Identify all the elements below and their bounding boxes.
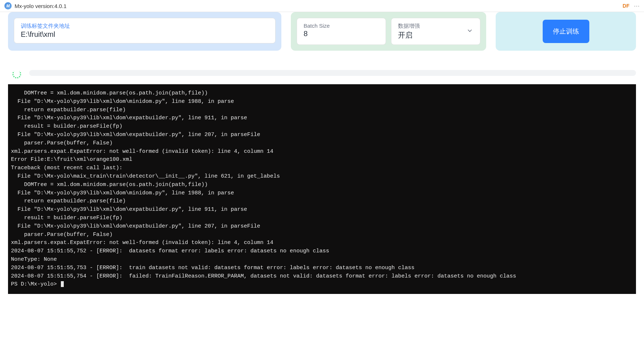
label-path-input-box[interactable]: 训练标签文件夹地址 E:\fruit\xml [14,18,276,43]
terminal-line: File "D:\Mx-yolo\py39\lib\xml\dom\expatb… [11,114,633,123]
terminal-line: File "D:\Mx-yolo\maix_train\train\detect… [11,172,633,181]
label-path-panel: 训练标签文件夹地址 E:\fruit\xml [8,12,281,51]
augmentation-value: 开启 [398,30,466,40]
main-content: 训练标签文件夹地址 E:\fruit\xml Batch Size 8 数据增强… [0,12,644,294]
app-icon: M [4,2,12,9]
terminal-line: File "D:\Mx-yolo\py39\lib\xml\dom\expatb… [11,206,633,214]
training-params-panel: Batch Size 8 数据增强 开启 [291,12,486,51]
terminal-line: DOMTree = xml.dom.minidom.parse(os.path.… [11,89,633,98]
terminal-line: 2024-08-07 15:51:55,753 - [ERROR]: train… [11,264,633,272]
user-badge[interactable]: DF [622,3,629,9]
terminal-line: xml.parsers.expat.ExpatError: not well-f… [11,239,633,247]
app-icon-letter: M [6,4,9,8]
panels-row: 训练标签文件夹地址 E:\fruit\xml Batch Size 8 数据增强… [8,12,636,51]
augmentation-content: 数据增强 开启 [398,23,466,40]
terminal-line: File "D:\Mx-yolo\py39\lib\xml\dom\expatb… [11,222,633,231]
terminal-line: File "D:\Mx-yolo\py39\lib\xml\dom\minido… [11,98,633,106]
batch-size-label: Batch Size [304,23,379,29]
titlebar: M Mx-yolo version:4.0.1 DF ⋯ [0,0,644,12]
progress-bar [29,70,636,76]
terminal-output[interactable]: DOMTree = xml.dom.minidom.parse(os.path.… [8,84,636,294]
terminal-line: Traceback (most recent call last): [11,164,633,172]
terminal-line: 2024-08-07 15:51:55,754 - [ERROR]: faile… [11,272,633,281]
terminal-line: xml.parsers.expat.ExpatError: not well-f… [11,148,633,156]
terminal-line: Error File:E:\fruit\xml\orange100.xml [11,156,633,164]
terminal-line: NoneType: None [11,256,633,264]
terminal-line: File "D:\Mx-yolo\py39\lib\xml\dom\expatb… [11,131,633,139]
terminal-line: parser.Parse(buffer, False) [11,139,633,148]
terminal-line: result = builder.parseFile(fp) [11,123,633,131]
stop-training-button[interactable]: 停止训练 [543,20,589,43]
label-path-label: 训练标签文件夹地址 [21,23,269,30]
terminal-line: File "D:\Mx-yolo\py39\lib\xml\dom\minido… [11,189,633,198]
titlebar-left: M Mx-yolo version:4.0.1 [4,2,67,9]
chevron-down-icon [466,27,473,36]
batch-size-box[interactable]: Batch Size 8 [297,18,386,45]
terminal-line: DOMTree = xml.dom.minidom.parse(os.path.… [11,181,633,189]
augmentation-dropdown[interactable]: 数据增强 开启 [391,18,480,45]
cursor-icon [61,281,64,287]
terminal-prompt[interactable]: PS D:\Mx-yolo> [11,280,633,289]
terminal-line: result = builder.parseFile(fp) [11,214,633,222]
progress-row [8,70,636,76]
terminal-line: return expatbuilder.parse(file) [11,106,633,115]
terminal-line: 2024-08-07 15:51:55,752 - [ERROR]: datas… [11,247,633,256]
action-panel: 停止训练 [496,12,636,51]
augmentation-label: 数据增强 [398,23,466,30]
more-icon[interactable]: ⋯ [634,3,640,9]
terminal-line: return expatbuilder.parse(file) [11,197,633,206]
titlebar-right: DF ⋯ [622,3,640,9]
spinner-icon [12,70,19,76]
batch-size-value: 8 [304,30,379,38]
terminal-line: parser.Parse(buffer, False) [11,231,633,239]
app-title: Mx-yolo version:4.0.1 [15,3,67,9]
label-path-value: E:\fruit\xml [21,30,269,39]
